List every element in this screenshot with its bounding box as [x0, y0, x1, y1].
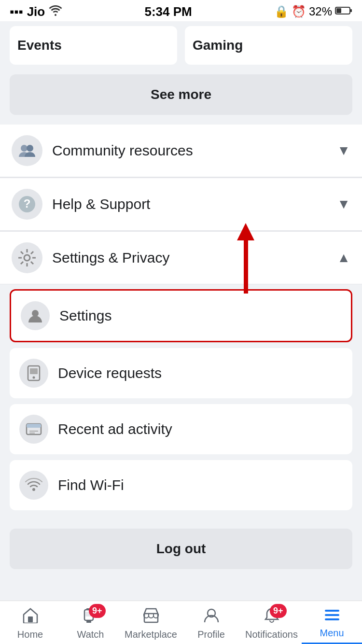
recent-ad-activity-label: Recent ad activity: [58, 421, 172, 437]
see-more-button[interactable]: See more: [10, 74, 352, 115]
svg-rect-18: [30, 368, 38, 374]
marketplace-label: Marketplace: [125, 629, 177, 640]
nav-item-menu[interactable]: Menu: [302, 601, 362, 644]
community-resources-icon: [12, 135, 42, 166]
battery-text: 32%: [309, 5, 332, 18]
menu-label: Menu: [320, 628, 344, 639]
notifications-label: Notifications: [245, 629, 298, 640]
settings-privacy-icon: [12, 242, 42, 273]
settings-item[interactable]: Settings: [10, 289, 352, 342]
svg-rect-2: [350, 9, 352, 12]
find-wifi-item[interactable]: Find Wi-Fi: [10, 460, 352, 510]
help-support-chevron: ▼: [337, 196, 350, 212]
settings-privacy-label: Settings & Privacy: [52, 250, 337, 266]
see-more-container: See more: [0, 70, 362, 120]
svg-line-12: [21, 252, 23, 254]
svg-line-15: [21, 262, 23, 264]
find-wifi-label: Find Wi-Fi: [58, 477, 124, 493]
svg-point-24: [32, 488, 35, 491]
recent-ad-activity-item[interactable]: Recent ad activity: [10, 404, 352, 454]
community-resources-label: Community resources: [52, 142, 337, 159]
community-resources-chevron: ▼: [337, 143, 350, 158]
watch-badge: 9+: [89, 604, 106, 618]
svg-rect-1: [336, 8, 341, 13]
svg-rect-25: [28, 616, 33, 622]
top-cards-row: Events Gaming: [0, 21, 362, 70]
divider-1: [0, 120, 362, 125]
status-bar: ▪▪▪ Jio 5:34 PM 🔒 ⏰ 32%: [0, 0, 362, 21]
logout-container: Log out: [0, 521, 362, 577]
menu-icon: [324, 608, 340, 626]
home-label: Home: [17, 629, 43, 640]
notifications-icon: 9+: [264, 608, 280, 627]
alarm-icon: ⏰: [292, 5, 306, 18]
svg-rect-33: [325, 610, 339, 612]
svg-rect-21: [27, 424, 41, 428]
svg-line-14: [31, 252, 33, 254]
nav-item-profile[interactable]: Profile: [181, 601, 241, 644]
events-card[interactable]: Events: [10, 26, 177, 65]
watch-icon: 9+: [83, 608, 99, 627]
carrier-info: ▪▪▪ Jio: [10, 4, 62, 19]
gaming-card[interactable]: Gaming: [185, 26, 352, 65]
community-resources-row[interactable]: Community resources ▼: [0, 125, 362, 177]
svg-point-3: [21, 145, 28, 152]
notifications-badge: 9+: [270, 604, 287, 618]
status-time: 5:34 PM: [144, 4, 192, 19]
signal-icon: ▪▪▪: [10, 4, 23, 19]
find-wifi-icon: [19, 471, 48, 500]
settings-privacy-chevron: ▲: [337, 250, 350, 266]
marketplace-icon: [143, 608, 159, 627]
profile-label: Profile: [197, 629, 225, 640]
nav-item-home[interactable]: Home: [0, 601, 60, 644]
device-requests-icon: [19, 359, 48, 388]
svg-text:?: ?: [24, 197, 31, 210]
device-requests-item[interactable]: Device requests: [10, 348, 352, 398]
battery-icon: [335, 5, 352, 18]
status-right-icons: 🔒 ⏰ 32%: [274, 5, 352, 18]
svg-point-19: [33, 377, 35, 379]
help-support-row[interactable]: ? Help & Support ▼: [0, 178, 362, 231]
recent-ad-activity-icon: [19, 415, 48, 444]
wifi-icon: [49, 4, 62, 19]
svg-point-16: [32, 310, 39, 317]
settings-expanded-section: Settings Device requests: [0, 284, 362, 521]
svg-rect-34: [325, 614, 339, 616]
device-requests-label: Device requests: [58, 365, 162, 381]
svg-point-4: [27, 145, 33, 152]
watch-label: Watch: [77, 629, 104, 640]
settings-label: Settings: [59, 308, 111, 324]
main-content: Events Gaming See more Community resourc…: [0, 21, 362, 644]
help-support-label: Help & Support: [52, 196, 337, 212]
settings-privacy-row[interactable]: Settings & Privacy ▲: [0, 232, 362, 284]
settings-item-icon: [21, 301, 50, 330]
carrier-name: Jio: [27, 4, 45, 19]
nav-item-marketplace[interactable]: Marketplace: [121, 601, 181, 644]
svg-point-7: [24, 255, 30, 261]
svg-line-13: [31, 262, 33, 264]
home-icon: [22, 608, 39, 627]
nav-item-watch[interactable]: 9+ Watch: [60, 601, 121, 644]
svg-rect-28: [86, 621, 91, 623]
svg-rect-35: [325, 618, 339, 620]
bottom-nav: Home 9+ Watch Marketplace: [0, 601, 362, 644]
help-support-icon: ?: [12, 189, 42, 220]
profile-icon: [203, 608, 220, 627]
logout-button[interactable]: Log out: [10, 529, 352, 569]
lock-icon: 🔒: [274, 5, 289, 18]
nav-item-notifications[interactable]: 9+ Notifications: [241, 601, 302, 644]
